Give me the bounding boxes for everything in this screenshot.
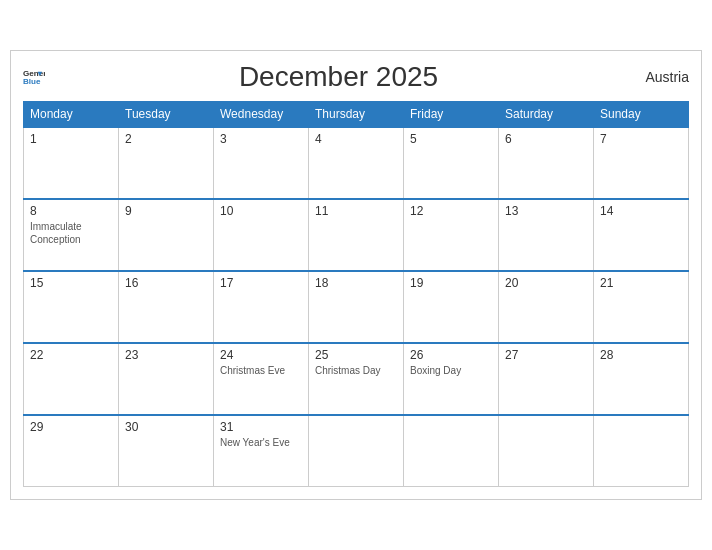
calendar-cell: 27 [499, 343, 594, 415]
day-number: 23 [125, 348, 207, 362]
country-label: Austria [629, 69, 689, 85]
day-number: 17 [220, 276, 302, 290]
calendar-cell: 18 [309, 271, 404, 343]
header-tuesday: Tuesday [119, 101, 214, 127]
calendar-cell: 25Christmas Day [309, 343, 404, 415]
day-number: 15 [30, 276, 112, 290]
day-number: 16 [125, 276, 207, 290]
calendar-cell: 15 [24, 271, 119, 343]
holiday-label: Immaculate Conception [30, 220, 112, 246]
svg-text:General: General [23, 68, 45, 77]
day-number: 8 [30, 204, 112, 218]
weekday-header-row: Monday Tuesday Wednesday Thursday Friday… [24, 101, 689, 127]
day-number: 30 [125, 420, 207, 434]
day-number: 12 [410, 204, 492, 218]
day-number: 10 [220, 204, 302, 218]
header-sunday: Sunday [594, 101, 689, 127]
day-number: 21 [600, 276, 682, 290]
week-row-1: 1234567 [24, 127, 689, 199]
header-thursday: Thursday [309, 101, 404, 127]
calendar-cell: 13 [499, 199, 594, 271]
calendar-container: General Blue December 2025 Austria Monda… [10, 50, 702, 501]
day-number: 20 [505, 276, 587, 290]
calendar-cell [309, 415, 404, 487]
calendar-cell: 24Christmas Eve [214, 343, 309, 415]
day-number: 2 [125, 132, 207, 146]
day-number: 26 [410, 348, 492, 362]
week-row-5: 293031New Year's Eve [24, 415, 689, 487]
calendar-cell [594, 415, 689, 487]
day-number: 5 [410, 132, 492, 146]
day-number: 27 [505, 348, 587, 362]
day-number: 28 [600, 348, 682, 362]
calendar-cell: 7 [594, 127, 689, 199]
holiday-label: Boxing Day [410, 364, 492, 377]
calendar-cell: 3 [214, 127, 309, 199]
day-number: 9 [125, 204, 207, 218]
month-title: December 2025 [48, 61, 629, 93]
calendar-cell: 14 [594, 199, 689, 271]
calendar-header: General Blue December 2025 Austria [23, 61, 689, 93]
day-number: 4 [315, 132, 397, 146]
calendar-cell: 16 [119, 271, 214, 343]
calendar-cell: 17 [214, 271, 309, 343]
day-number: 7 [600, 132, 682, 146]
calendar-cell: 5 [404, 127, 499, 199]
day-number: 31 [220, 420, 302, 434]
holiday-label: Christmas Eve [220, 364, 302, 377]
day-number: 19 [410, 276, 492, 290]
calendar-cell: 28 [594, 343, 689, 415]
day-number: 25 [315, 348, 397, 362]
header-wednesday: Wednesday [214, 101, 309, 127]
week-row-4: 222324Christmas Eve25Christmas Day26Boxi… [24, 343, 689, 415]
day-number: 3 [220, 132, 302, 146]
calendar-cell: 30 [119, 415, 214, 487]
logo: General Blue [23, 66, 48, 88]
calendar-cell: 6 [499, 127, 594, 199]
day-number: 22 [30, 348, 112, 362]
calendar-cell [499, 415, 594, 487]
week-row-3: 15161718192021 [24, 271, 689, 343]
calendar-cell: 23 [119, 343, 214, 415]
calendar-cell: 4 [309, 127, 404, 199]
day-number: 18 [315, 276, 397, 290]
calendar-cell: 22 [24, 343, 119, 415]
calendar-cell: 21 [594, 271, 689, 343]
calendar-cell: 10 [214, 199, 309, 271]
calendar-cell: 11 [309, 199, 404, 271]
holiday-label: New Year's Eve [220, 436, 302, 449]
calendar-cell: 1 [24, 127, 119, 199]
header-monday: Monday [24, 101, 119, 127]
calendar-cell: 20 [499, 271, 594, 343]
logo-icon: General Blue [23, 66, 45, 88]
day-number: 11 [315, 204, 397, 218]
calendar-cell: 9 [119, 199, 214, 271]
calendar-cell: 2 [119, 127, 214, 199]
calendar-cell: 19 [404, 271, 499, 343]
day-number: 24 [220, 348, 302, 362]
day-number: 13 [505, 204, 587, 218]
day-number: 14 [600, 204, 682, 218]
calendar-cell: 12 [404, 199, 499, 271]
week-row-2: 8Immaculate Conception91011121314 [24, 199, 689, 271]
calendar-cell [404, 415, 499, 487]
holiday-label: Christmas Day [315, 364, 397, 377]
calendar-cell: 8Immaculate Conception [24, 199, 119, 271]
calendar-cell: 26Boxing Day [404, 343, 499, 415]
calendar-cell: 31New Year's Eve [214, 415, 309, 487]
calendar-cell: 29 [24, 415, 119, 487]
svg-text:Blue: Blue [23, 77, 41, 86]
day-number: 1 [30, 132, 112, 146]
header-saturday: Saturday [499, 101, 594, 127]
day-number: 29 [30, 420, 112, 434]
day-number: 6 [505, 132, 587, 146]
calendar-table: Monday Tuesday Wednesday Thursday Friday… [23, 101, 689, 488]
header-friday: Friday [404, 101, 499, 127]
